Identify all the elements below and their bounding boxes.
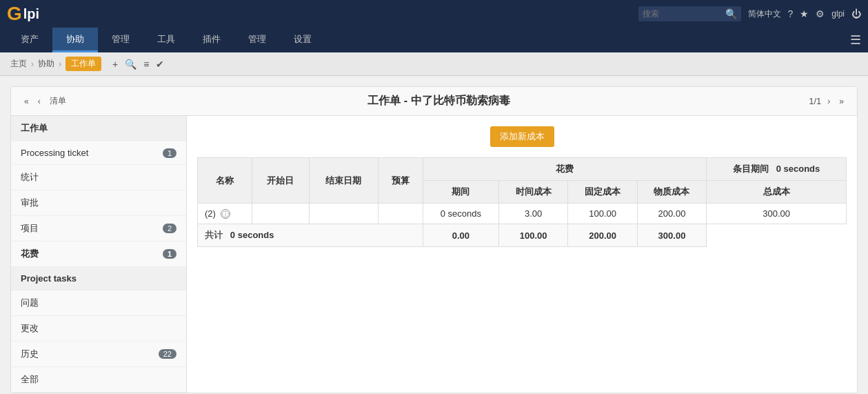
col-start-date: 开始日 [252, 158, 310, 204]
cost-content-area: 添加新成本 名称 开始日 结束日期 预算 花费 条目期间 0 [187, 116, 857, 393]
sidebar-item-project[interactable]: 项目 2 [11, 216, 186, 242]
card-body: 工作单 Processing ticket 1 统计 审批 项目 2 花费 [11, 116, 857, 393]
total-period: 0 seconds [230, 230, 274, 240]
page-info: 1/1 [809, 96, 821, 106]
sidebar-label-issue: 问题 [21, 297, 39, 309]
breadcrumb-check-icon[interactable]: ✔ [156, 59, 164, 70]
page-nav-left: « ‹ 清单 [21, 94, 69, 108]
logo-g: G [7, 3, 22, 25]
breadcrumb-sep-2: › [59, 59, 61, 69]
sidebar-label-processing: Processing ticket [21, 148, 88, 158]
sidebar-label-ticket: 工作单 [21, 122, 48, 135]
info-icon[interactable]: ⓘ [221, 209, 230, 219]
top-bar: G lpi 🔍 简体中文 ? ★ ⚙ glpi ⏻ [0, 0, 868, 28]
nav-item-settings[interactable]: 设置 [280, 28, 325, 52]
pagination-header: « ‹ 清单 工作单 - 中了比特币勒索病毒 1/1 › » [11, 87, 857, 116]
breadcrumb-actions: + 🔍 ≡ ✔ [112, 59, 164, 70]
nav-item-assets[interactable]: 资产 [7, 28, 52, 52]
sidebar-item-approval[interactable]: 审批 [11, 190, 186, 216]
col-total-cost: 总成本 [707, 181, 847, 204]
col-end-date: 结束日期 [309, 158, 378, 204]
table-row: (2) ⓘ 0 seconds 3.00 100.00 200.00 300.0… [198, 204, 847, 224]
sidebar-item-stats[interactable]: 统计 [11, 165, 186, 190]
language-selector[interactable]: 简体中文 [748, 8, 781, 20]
total-material-cost: 200.00 [568, 224, 637, 247]
nav-item-plugins[interactable]: 插件 [189, 28, 234, 52]
row-material-cost: 200.00 [637, 204, 706, 224]
main-content: « ‹ 清单 工作单 - 中了比特币勒索病毒 1/1 › » 工作单 Proce… [0, 76, 868, 394]
col-period: 期间 [423, 181, 498, 204]
sidebar-label-cost: 花费 [21, 248, 39, 260]
list-label[interactable]: 清单 [47, 94, 69, 108]
row-total-cost: 300.00 [707, 204, 847, 224]
col-budget: 预算 [379, 158, 423, 204]
power-icon[interactable]: ⏻ [851, 8, 861, 19]
breadcrumb-list-icon[interactable]: ≡ [143, 59, 149, 70]
breadcrumb-assist[interactable]: 协助 [38, 58, 54, 70]
total-total-cost: 300.00 [637, 224, 706, 247]
question-icon[interactable]: ? [788, 8, 794, 19]
search-input[interactable] [643, 9, 725, 19]
col-material-cost: 物质成本 [637, 181, 706, 204]
col-name: 名称 [198, 158, 252, 204]
row-name-text: (2) [205, 208, 216, 219]
breadcrumb-ticket[interactable]: 工作单 [65, 57, 101, 71]
row-budget [379, 204, 423, 224]
total-row: 共计 0 seconds 0.00 100.00 200.00 300.00 [198, 224, 847, 247]
sidebar-label-stats: 统计 [21, 171, 39, 184]
row-time-cost: 3.00 [499, 204, 568, 224]
sidebar-item-cost[interactable]: 花费 1 [11, 242, 186, 267]
sidebar-label-project-tasks: Project tasks [21, 273, 77, 284]
total-time-cost: 0.00 [423, 224, 498, 247]
period-group-value: 0 seconds [776, 164, 820, 174]
col-group-cost: 花费 [423, 158, 707, 181]
breadcrumb-sep-1: › [31, 59, 34, 69]
col-fixed-cost: 固定成本 [568, 181, 637, 204]
page-first-btn[interactable]: « [21, 95, 32, 108]
logo-lpi: lpi [23, 6, 39, 22]
sidebar-item-ticket-header: 工作单 [11, 116, 186, 141]
sidebar-label-approval: 审批 [21, 197, 39, 209]
sidebar-item-processing[interactable]: Processing ticket 1 [11, 141, 186, 165]
page-prev-btn[interactable]: ‹ [35, 95, 43, 108]
row-start-date [252, 204, 310, 224]
user-label: glpi [831, 9, 845, 19]
total-label-cell: 共计 0 seconds [198, 224, 423, 247]
nav-item-manage1[interactable]: 管理 [98, 28, 143, 52]
page-last-btn[interactable]: » [836, 95, 847, 108]
sidebar-label-project: 项目 [21, 222, 39, 235]
add-cost-button[interactable]: 添加新成本 [490, 126, 554, 147]
breadcrumb-search-icon[interactable]: 🔍 [125, 59, 137, 70]
sidebar-item-change[interactable]: 更改 [11, 316, 186, 342]
sidebar-badge-processing: 1 [163, 148, 176, 158]
search-box: 🔍 [638, 6, 741, 21]
total-fixed-cost: 100.00 [499, 224, 568, 247]
nav-item-tools[interactable]: 工具 [143, 28, 189, 52]
page-next-btn[interactable]: › [825, 95, 833, 108]
sidebar-badge-history: 22 [159, 349, 176, 359]
sidebar: 工作单 Processing ticket 1 统计 审批 项目 2 花费 [11, 116, 187, 393]
sidebar-item-project-tasks-header: Project tasks [11, 267, 186, 290]
sidebar-item-issue[interactable]: 问题 [11, 290, 186, 316]
nav-item-manage2[interactable]: 管理 [234, 28, 280, 52]
row-end-date [309, 204, 378, 224]
search-submit-icon[interactable]: 🔍 [725, 8, 737, 19]
nav-bar: 资产 协助 管理 工具 插件 管理 设置 ☰ [0, 28, 868, 52]
sidebar-label-change: 更改 [21, 322, 39, 335]
ticket-card: « ‹ 清单 工作单 - 中了比特币勒索病毒 1/1 › » 工作单 Proce… [10, 86, 858, 393]
hamburger-menu[interactable]: ☰ [850, 28, 861, 52]
star-icon[interactable]: ★ [800, 8, 809, 19]
breadcrumb: 主页 › 协助 › 工作单 + 🔍 ≡ ✔ [0, 52, 868, 76]
col-group-period: 条目期间 0 seconds [707, 158, 847, 181]
nav-item-assist[interactable]: 协助 [52, 28, 98, 52]
top-right-controls: 🔍 简体中文 ? ★ ⚙ glpi ⏻ [638, 6, 861, 21]
row-period: 0 seconds [423, 204, 498, 224]
card-title: 工作单 - 中了比特币勒索病毒 [367, 94, 509, 108]
breadcrumb-add-icon[interactable]: + [112, 59, 118, 70]
gear-icon[interactable]: ⚙ [816, 8, 825, 19]
sidebar-item-history[interactable]: 历史 22 [11, 342, 186, 367]
col-time-cost: 时间成本 [499, 181, 568, 204]
breadcrumb-home[interactable]: 主页 [10, 58, 27, 70]
period-group-label: 条目期间 [733, 164, 769, 174]
sidebar-item-all[interactable]: 全部 [11, 367, 186, 393]
